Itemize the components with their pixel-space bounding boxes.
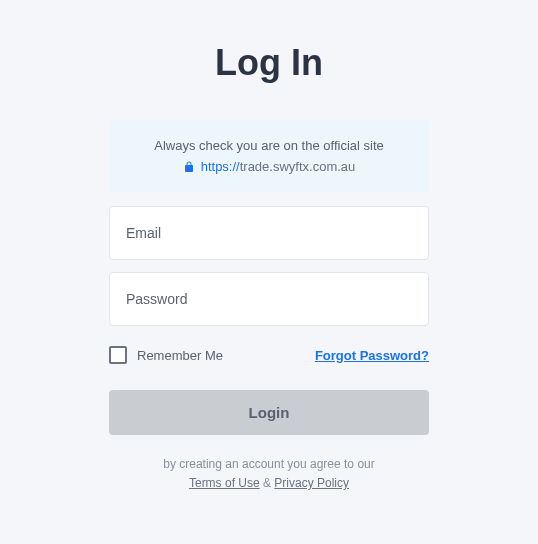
remember-me-wrap[interactable]: Remember Me xyxy=(109,346,223,364)
legal-amp: & xyxy=(263,476,271,490)
remember-me-checkbox[interactable] xyxy=(109,346,127,364)
lock-icon xyxy=(183,161,195,173)
remember-me-label: Remember Me xyxy=(137,348,223,363)
terms-of-use-link[interactable]: Terms of Use xyxy=(189,476,260,490)
security-warning-text: Always check you are on the official sit… xyxy=(125,138,413,153)
page-title: Log In xyxy=(215,42,323,84)
security-banner: Always check you are on the official sit… xyxy=(109,120,429,192)
login-container: Always check you are on the official sit… xyxy=(109,120,429,493)
privacy-policy-link[interactable]: Privacy Policy xyxy=(274,476,349,490)
password-field[interactable] xyxy=(109,272,429,326)
url-domain: trade.swyftx.com.au xyxy=(240,159,356,174)
forgot-password-link[interactable]: Forgot Password? xyxy=(315,348,429,363)
legal-footer: by creating an account you agree to our … xyxy=(109,455,429,493)
login-button[interactable]: Login xyxy=(109,390,429,435)
legal-prefix: by creating an account you agree to our xyxy=(163,457,374,471)
url-scheme: https:// xyxy=(201,159,240,174)
official-url-row: https://trade.swyftx.com.au xyxy=(125,159,413,174)
url-text: https://trade.swyftx.com.au xyxy=(201,159,356,174)
options-row: Remember Me Forgot Password? xyxy=(109,346,429,364)
email-field[interactable] xyxy=(109,206,429,260)
